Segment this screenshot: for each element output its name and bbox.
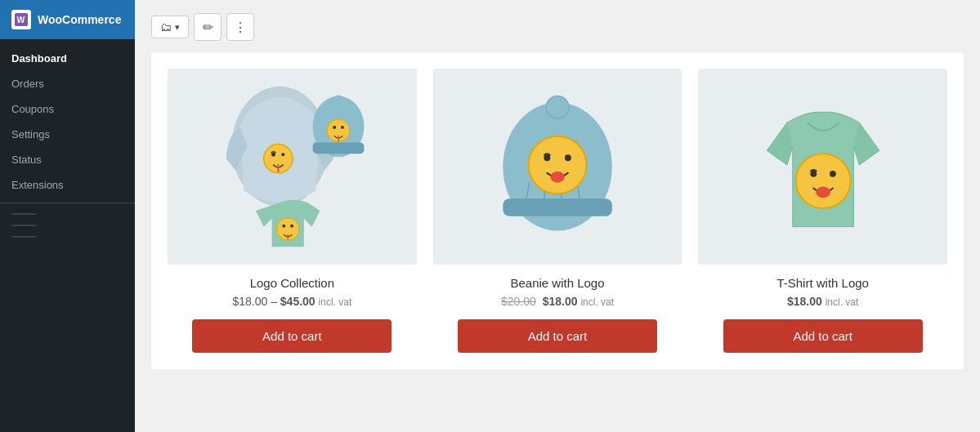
folder-button[interactable]: 🗂 ▾ xyxy=(151,16,189,38)
svg-point-5 xyxy=(282,153,285,156)
logo-collection-illustration xyxy=(180,78,404,255)
sidebar-brand-label: WooCommerce xyxy=(38,13,121,26)
add-to-cart-tshirt-with-logo[interactable]: Add to cart xyxy=(723,319,923,353)
more-options-button[interactable]: ⋮ xyxy=(226,13,254,41)
pencil-icon: ✏ xyxy=(203,20,213,35)
toolbar: 🗂 ▾ ✏ ⋮ xyxy=(151,13,964,41)
product-price-beanie-with-logo: $20.00 $18.00 incl. vat xyxy=(501,295,614,308)
sidebar-stub-1 xyxy=(11,213,36,215)
folder-chevron-icon: ▾ xyxy=(175,22,180,33)
svg-point-4 xyxy=(271,153,275,157)
product-image-beanie-with-logo xyxy=(433,69,682,265)
svg-text:W: W xyxy=(16,16,25,24)
product-image-tshirt-with-logo xyxy=(698,69,947,265)
sidebar-item-status[interactable]: Status xyxy=(0,147,135,172)
sidebar-stub-2 xyxy=(11,225,36,226)
sidebar-item-settings[interactable]: Settings xyxy=(0,122,135,147)
product-name-beanie-with-logo: Beanie with Logo xyxy=(510,276,604,290)
product-card-tshirt-with-logo: T-Shirt with Logo $18.00 incl. vat Add t… xyxy=(698,69,947,353)
svg-rect-7 xyxy=(313,143,365,154)
original-price: $20.00 xyxy=(501,295,536,308)
sidebar-item-orders[interactable]: Orders xyxy=(0,71,135,96)
sidebar-item-dashboard[interactable]: Dashboard xyxy=(0,46,135,71)
svg-point-11 xyxy=(341,126,344,129)
beanie-illustration xyxy=(445,78,669,255)
svg-point-28 xyxy=(830,171,836,177)
svg-point-26 xyxy=(795,154,850,208)
product-name-tshirt-with-logo: T-Shirt with Logo xyxy=(776,276,869,290)
sidebar-divider xyxy=(0,203,135,203)
sidebar-navigation: Dashboard Orders Coupons Settings Status… xyxy=(0,39,135,243)
sale-price: $18.00 xyxy=(543,295,578,308)
svg-point-8 xyxy=(333,96,344,107)
svg-point-17 xyxy=(546,96,568,118)
sidebar: W WooCommerce Dashboard Orders Coupons S… xyxy=(0,0,135,432)
add-to-cart-beanie-with-logo[interactable]: Add to cart xyxy=(458,319,657,353)
product-image-logo-collection xyxy=(168,69,417,265)
svg-point-29 xyxy=(816,187,830,198)
product-price-tshirt-with-logo: $18.00 incl. vat xyxy=(787,295,858,308)
tshirt-price: $18.00 xyxy=(787,295,822,308)
sidebar-stub-3 xyxy=(11,236,36,238)
add-to-cart-logo-collection[interactable]: Add to cart xyxy=(192,319,392,353)
edit-button[interactable]: ✏ xyxy=(194,13,222,41)
main-content: 🗂 ▾ ✏ ⋮ xyxy=(135,0,980,432)
svg-point-24 xyxy=(565,154,571,161)
sidebar-item-extensions[interactable]: Extensions xyxy=(0,172,135,198)
price-range: $18.00 – $45.00 incl. vat xyxy=(232,295,351,308)
product-card-beanie-with-logo: Beanie with Logo $20.00 $18.00 incl. vat… xyxy=(433,69,682,353)
tshirt-illustration xyxy=(711,78,935,255)
svg-point-22 xyxy=(529,136,587,194)
product-card-logo-collection: Logo Collection $18.00 – $45.00 incl. va… xyxy=(168,69,417,353)
product-name-logo-collection: Logo Collection xyxy=(250,276,334,290)
product-price-logo-collection: $18.00 – $45.00 incl. vat xyxy=(232,295,351,308)
svg-point-13 xyxy=(283,225,286,228)
folder-icon: 🗂 xyxy=(160,20,172,33)
sidebar-item-coupons[interactable]: Coupons xyxy=(0,96,135,122)
more-icon: ⋮ xyxy=(234,20,247,35)
products-grid: Logo Collection $18.00 – $45.00 incl. va… xyxy=(151,52,964,369)
sidebar-brand[interactable]: W WooCommerce xyxy=(0,0,135,39)
woocommerce-logo-icon: W xyxy=(11,10,31,29)
svg-point-14 xyxy=(290,225,293,228)
svg-point-25 xyxy=(550,171,565,183)
svg-rect-16 xyxy=(503,198,612,216)
svg-point-10 xyxy=(333,126,336,129)
